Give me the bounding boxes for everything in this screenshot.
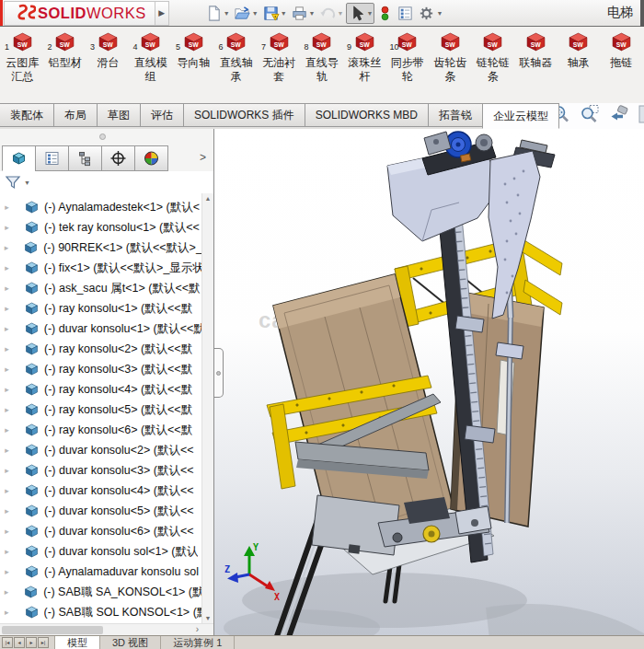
previous-frame-icon[interactable]: ◂ — [14, 637, 25, 648]
hscroll-thumb[interactable] — [2, 626, 103, 634]
expand-arrow-icon[interactable]: ▸ — [2, 608, 12, 617]
dropdown-caret[interactable]: ▼ — [281, 10, 287, 17]
dropdown-caret[interactable]: ▼ — [366, 10, 373, 17]
bottom-tab-运动算例 1[interactable]: 运动算例 1 — [161, 636, 235, 649]
previous-view-icon[interactable] — [609, 104, 629, 128]
last-frame-icon[interactable]: ▸| — [38, 637, 49, 648]
report-list-icon[interactable] — [396, 4, 415, 23]
ribbon-item-导向轴[interactable]: SW5导向轴 — [172, 32, 215, 70]
zoom-to-area-icon[interactable] — [580, 104, 600, 128]
settings-gear-icon[interactable]: ▼ — [417, 4, 443, 23]
select-cursor-icon[interactable]: ▼ — [346, 3, 374, 24]
expand-arrow-icon[interactable]: ▸ — [2, 486, 12, 495]
expand-arrow-icon[interactable]: ▸ — [2, 547, 12, 556]
featuremanager-tab[interactable] — [2, 145, 36, 171]
expand-arrow-icon[interactable]: ▸ — [2, 405, 12, 414]
tree-item[interactable]: ▸(-) duvar konsolu<1> (默认<<默 — [0, 319, 201, 339]
command-tab-装配体[interactable]: 装配体 — [0, 103, 54, 127]
undo-icon[interactable]: ▼ — [318, 4, 345, 23]
logo-flyout-button[interactable]: ▶ — [155, 1, 169, 26]
dropdown-caret[interactable]: ▼ — [309, 10, 316, 17]
zoom-to-fit-icon[interactable] — [559, 104, 570, 128]
panel-grip-handle[interactable] — [99, 133, 106, 140]
expand-arrow-icon[interactable]: ▸ — [2, 304, 12, 313]
command-tab-SOLIDWORKS MBD[interactable]: SOLIDWORKS MBD — [305, 103, 429, 127]
expand-arrow-icon[interactable]: ▸ — [2, 466, 12, 475]
ribbon-item-直线导轨[interactable]: SW8直线导轨 — [301, 32, 344, 83]
ribbon-item-直线轴承[interactable]: SW6直线轴承 — [215, 32, 259, 83]
new-document-icon[interactable]: ▼ — [204, 4, 231, 23]
tree-item[interactable]: ▸(-) SAB職 SOL KONSOL<1> (默 — [0, 602, 201, 622]
expand-arrow-icon[interactable]: ▸ — [2, 527, 12, 536]
tree-item[interactable]: ▸(-) Aynalamaduvar konsolu sol — [0, 562, 201, 582]
next-frame-icon[interactable]: ▸ — [26, 637, 37, 648]
command-tab-SOLIDWORKS 插件[interactable]: SOLIDWORKS 插件 — [183, 103, 305, 127]
expand-arrow-icon[interactable]: ▸ — [2, 587, 11, 597]
scroll-right-icon[interactable]: › — [196, 624, 199, 635]
ribbon-item-拖链[interactable]: SW拖链 — [600, 32, 643, 70]
propertymanager-tab[interactable] — [35, 145, 69, 171]
expand-arrow-icon[interactable]: ▸ — [2, 385, 12, 394]
panel-splitter-handle[interactable] — [214, 348, 224, 398]
tree-item[interactable]: ▸(-) ray konsolu<4> (默认<<默 — [0, 379, 201, 400]
tree-item[interactable]: ▸(-) duvar konsolu sol<1> (默认 — [0, 541, 201, 562]
tree-vertical-scrollbar[interactable]: ▲ ▼ — [201, 193, 213, 623]
expand-arrow-icon[interactable]: ▸ — [2, 425, 12, 435]
ribbon-item-铝型材[interactable]: SW2铝型材 — [44, 32, 87, 70]
tree-horizontal-scrollbar[interactable]: › — [0, 623, 213, 635]
dropdown-caret[interactable]: ▼ — [338, 10, 344, 17]
tree-item[interactable]: ▸(-) fix<1> (默认<<默认>_显示状 — [0, 258, 201, 278]
expand-arrow-icon[interactable]: ▸ — [2, 263, 12, 272]
bottom-tab-3D 视图[interactable]: 3D 视图 — [100, 636, 161, 649]
expand-arrow-icon[interactable]: ▸ — [2, 243, 11, 252]
dropdown-caret[interactable]: ▼ — [252, 10, 259, 17]
command-tab-布局[interactable]: 布局 — [53, 103, 98, 127]
ribbon-item-滚珠丝杆[interactable]: SW9滚珠丝杆 — [343, 32, 386, 83]
scroll-down-icon[interactable]: ▼ — [205, 615, 212, 621]
tree-item[interactable]: ▸(-) duvar konsolu<6> (默认<< — [0, 521, 201, 541]
expand-arrow-icon[interactable]: ▸ — [2, 344, 12, 353]
expand-arrow-icon[interactable]: ▸ — [2, 365, 12, 374]
tree-item[interactable]: ▸(-) ray konsolu<3> (默认<<默 — [0, 359, 201, 379]
bottom-tab-模型[interactable]: 模型 — [54, 636, 100, 649]
tree-item[interactable]: ▸(-) duvar konsolu<4> (默认<< — [0, 481, 201, 501]
save-icon[interactable]: ▼ — [261, 4, 288, 23]
ribbon-item-滑台[interactable]: SW3滑台 — [86, 32, 130, 70]
open-icon[interactable]: ▼ — [233, 4, 259, 23]
command-tab-草图[interactable]: 草图 — [97, 103, 141, 127]
tree-item[interactable]: ▸(-) SAB職 SA_KONSOL<1> (默认 — [0, 582, 201, 602]
command-tab-评估[interactable]: 评估 — [140, 103, 184, 127]
command-tab-拓普锐[interactable]: 拓普锐 — [428, 103, 483, 127]
ribbon-item-联轴器[interactable]: SW联轴器 — [514, 32, 558, 70]
tree-item[interactable]: ▸(-) ray konsolu<5> (默认<<默 — [0, 400, 201, 420]
tree-item[interactable]: ▸(-) ask_sacu 属t<1> (默认<<默 — [0, 278, 201, 298]
tree-item[interactable]: ▸(-) duvar konsolu<3> (默认<< — [0, 460, 201, 481]
ribbon-item-直线模组[interactable]: SW4直线模组 — [130, 32, 173, 83]
ribbon-item-轴承[interactable]: SW轴承 — [558, 32, 601, 70]
tree-item[interactable]: ▸(-) 90RREK<1> (默认<<默认>_显 — [0, 238, 201, 258]
first-frame-icon[interactable]: |◂ — [2, 637, 13, 648]
tree-item[interactable]: ▸(-) Aynalamadestek<1> (默认< — [0, 197, 201, 217]
panel-tabs-overflow-arrow[interactable]: > — [200, 151, 206, 164]
expand-arrow-icon[interactable]: ▸ — [2, 446, 12, 455]
tree-item[interactable]: ▸(-) duvar konsolu<2> (默认<< — [0, 440, 201, 460]
command-tab-企业云模型[interactable]: 企业云模型 — [482, 103, 559, 129]
expand-arrow-icon[interactable]: ▸ — [2, 506, 12, 516]
graphics-viewport[interactable]: cad2688.com — [214, 129, 644, 635]
expand-arrow-icon[interactable]: ▸ — [2, 324, 12, 333]
filter-funnel-icon[interactable] — [5, 175, 22, 191]
ribbon-item-齿轮齿条[interactable]: SW齿轮齿条 — [429, 32, 472, 83]
filter-dropdown-caret[interactable]: ▼ — [24, 180, 30, 186]
dropdown-caret[interactable]: ▼ — [436, 10, 443, 17]
traffic-light-icon[interactable] — [376, 4, 394, 23]
dropdown-caret[interactable]: ▼ — [224, 10, 230, 17]
tree-item[interactable]: ▸(-) ray konsolu<1> (默认<<默 — [0, 298, 201, 319]
expand-arrow-icon[interactable]: ▸ — [2, 203, 12, 212]
scroll-up-icon[interactable]: ▲ — [205, 195, 212, 202]
displaymanager-tab[interactable] — [134, 145, 168, 171]
tree-item[interactable]: ▸(-) ray konsolu<6> (默认<<默 — [0, 420, 201, 440]
dimxpert-tab[interactable] — [101, 145, 135, 171]
tree-item[interactable]: ▸(-) duvar konsolu<5> (默认<< — [0, 501, 201, 521]
ribbon-item-云图库汇总[interactable]: SW1云图库汇总 — [1, 32, 44, 83]
ribbon-item-无油衬套[interactable]: SW7无油衬套 — [258, 32, 301, 83]
